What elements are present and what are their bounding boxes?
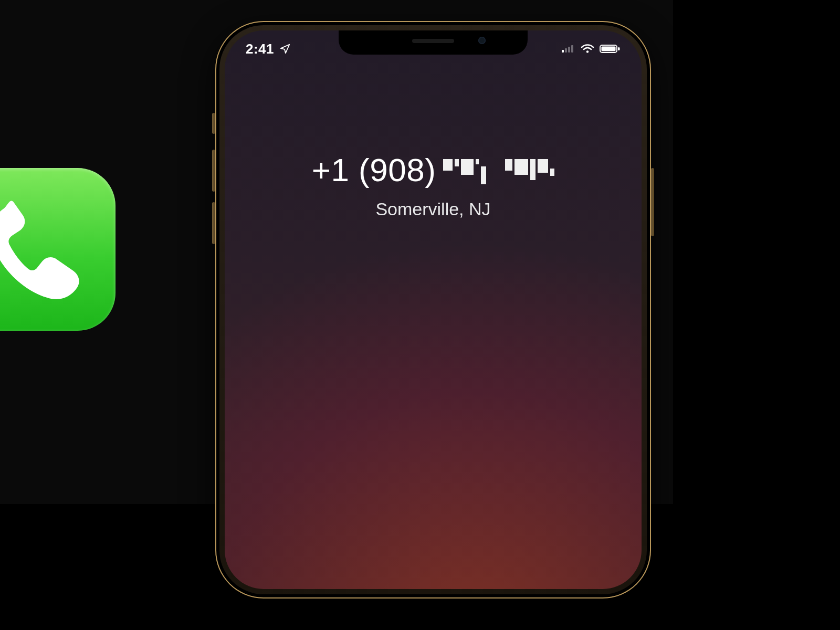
status-left: 2:41 (246, 41, 291, 57)
phone-handset-icon (0, 186, 98, 313)
caller-number-prefix: +1 (908) (312, 151, 436, 188)
location-arrow-icon (279, 43, 291, 55)
svg-rect-3 (571, 45, 573, 52)
svg-rect-0 (562, 50, 564, 52)
promo-canvas: 2:41 (0, 0, 673, 504)
incoming-call-info: +1 (908) (251, 151, 615, 219)
iphone-screen: 2:41 (225, 30, 642, 589)
iphone-device: 2:41 (215, 21, 651, 598)
svg-rect-6 (602, 47, 616, 51)
phone-app-icon (0, 168, 116, 331)
svg-rect-7 (618, 47, 620, 50)
status-bar: 2:41 (225, 30, 642, 64)
caller-number: +1 (908) (251, 151, 615, 188)
caller-number-redacted (443, 156, 554, 184)
status-right (562, 44, 621, 54)
power-button[interactable] (651, 168, 654, 236)
svg-rect-2 (568, 47, 570, 52)
svg-point-4 (586, 50, 589, 52)
caller-location: Somerville, NJ (251, 199, 615, 219)
cellular-signal-icon (562, 44, 575, 54)
svg-rect-1 (565, 48, 567, 52)
iphone-frame: 2:41 (215, 21, 651, 598)
wifi-icon (581, 44, 594, 54)
status-time: 2:41 (246, 41, 274, 57)
battery-full-icon (600, 44, 621, 54)
